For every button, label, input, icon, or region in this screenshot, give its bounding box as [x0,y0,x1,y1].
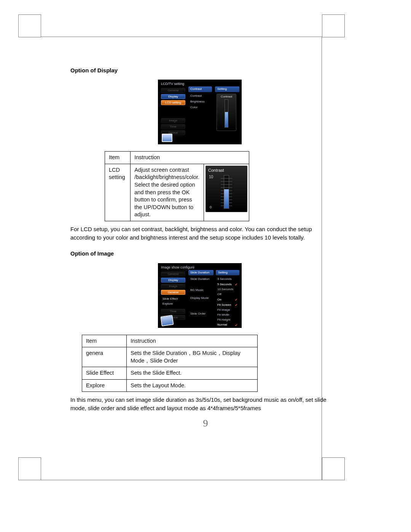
td-item-genera: genera [82,347,127,367]
display-table: Item Instruction LCD setting Adjust scre… [105,151,249,221]
contrast-meter-label: Contrast [217,94,236,99]
trim-line [41,37,322,37]
th-instruction: Instruction [131,152,249,164]
val-fit-height: Fit Height [216,318,239,323]
column-header: Contrast [188,86,212,92]
opt-contrast: Contrast [188,93,212,99]
opt-display-mode: Display Mode [188,296,213,301]
opt-slide-duration: Slide Duration [188,276,213,282]
value-column: Setting 3 Seconds 5 Seconds✔ 10 Seconds … [216,270,239,328]
contrast-detail-zero: 0 [210,205,212,209]
meter-bar [225,99,228,128]
td-contrast-detail: Contrast 10 0 [204,164,249,221]
contrast-detail-panel: Contrast 10 0 [206,166,247,212]
td-instr-slide-effect: Sets the Slide Effect. [127,367,258,380]
lcd-setting-screenshot: LCD/TV setting General Display LCD setti… [158,80,242,144]
contrast-meter: Contrast [217,94,236,131]
photo-thumbnail-icon [162,134,172,142]
menu-time: Time [161,124,185,129]
menu-general: General [161,272,185,276]
td-item-slide-effect: Slide Effect [82,367,127,380]
val-off: Off [216,292,239,297]
heading-option-display: Option of Display [70,67,329,74]
val-10s: 10 Seconds [216,287,239,292]
photo-thumbnail-icon [160,315,174,326]
val-fit-screen: Fit Screen✔ [216,302,239,308]
menu-general: General [161,88,185,93]
page-number: 9 [203,418,208,429]
menu-lcd-setting: LCD setting [161,100,185,105]
val-normal: Normal✔ [216,323,239,328]
menu-display: Display [161,94,185,99]
page-content: Option of Display LCD/TV setting General… [70,67,329,412]
crop-mark [322,14,345,37]
th-instruction: Instruction [127,335,258,347]
image-configure-screenshot: Image show configure General Display Ima… [158,263,242,328]
display-paragraph: For LCD setup, you can set contrast, bac… [70,225,329,242]
column-header: Slide Duration [188,270,213,276]
contrast-detail-bar [224,175,229,209]
value-column: Setting Contrast [215,86,239,131]
opt-bg-music: BG Music [188,288,213,293]
val-fit-width: Fit Width [216,313,239,318]
contrast-detail-value: 10 [209,174,213,180]
left-menu: General Display LCD setting Image Time D… [161,88,185,135]
check-icon: ✔ [235,282,238,287]
td-instruction-lcd: Adjust screen contrast /backlight/bright… [131,164,204,221]
td-item-explore: Explore [82,379,127,392]
opt-slide-order: Slide Order [188,311,213,317]
menu-explore: Explore [161,302,185,308]
th-item: Item [82,335,127,347]
image-paragraph: In this menu, you can set image slide du… [70,396,329,412]
heading-option-image: Option of Image [70,250,329,257]
settings-column: Contrast Contrast Brightness Color [188,86,212,110]
check-icon: ✔ [235,323,238,328]
trim-line [41,480,322,480]
val-5s: 5 Seconds✔ [216,282,239,287]
crop-mark [322,457,345,480]
opt-brightness: Brightness [188,99,212,105]
opt-color: Color [188,105,212,110]
image-table: Item Instruction genera Sets the Slide D… [82,335,258,392]
td-instr-explore: Sets the Layout Mode. [127,379,258,392]
menu-time: Time [161,309,185,314]
menu-slide-effect: Slide Effect [161,296,185,301]
th-item: Item [105,152,131,164]
crop-mark [18,457,41,480]
check-icon: ✔ [235,303,238,307]
val-on: On✔ [216,297,239,302]
settings-column: Slide Duration Slide Duration BG Music D… [188,270,213,317]
menu-general-sub: General [161,290,185,295]
val-fit-image: Fit Image [216,308,239,313]
manual-page: Option of Display LCD/TV setting General… [0,0,411,532]
check-icon: ✔ [235,297,238,302]
menu-image: Image [161,284,185,289]
val-3s: 3 Seconds [216,277,239,282]
setting-header: Setting [215,86,239,92]
setting-header: Setting [216,270,239,276]
contrast-detail-label: Contrast [206,166,247,173]
menu-display: Display [161,278,185,283]
left-menu: General Display Image General Slide Effe… [161,272,185,320]
td-instr-genera: Sets the Slide Duration，BG Music，Display… [127,347,258,367]
menu-image: Image [161,118,185,123]
td-item-lcd: LCD setting [105,164,131,221]
crop-mark [18,14,41,37]
